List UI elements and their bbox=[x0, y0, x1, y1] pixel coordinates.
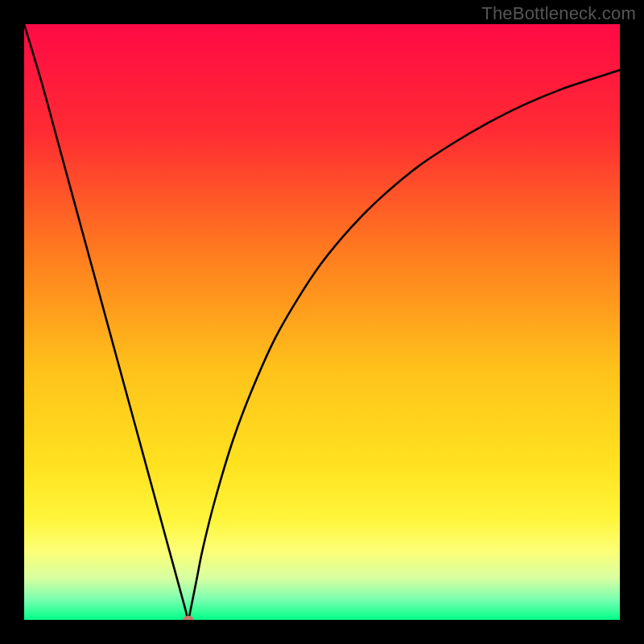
plot-area bbox=[24, 24, 620, 620]
watermark-text: TheBottleneck.com bbox=[481, 3, 636, 24]
curve-layer bbox=[24, 24, 620, 620]
minimum-marker bbox=[183, 616, 194, 620]
bottleneck-curve bbox=[24, 24, 620, 620]
outer-frame: TheBottleneck.com bbox=[0, 0, 644, 644]
